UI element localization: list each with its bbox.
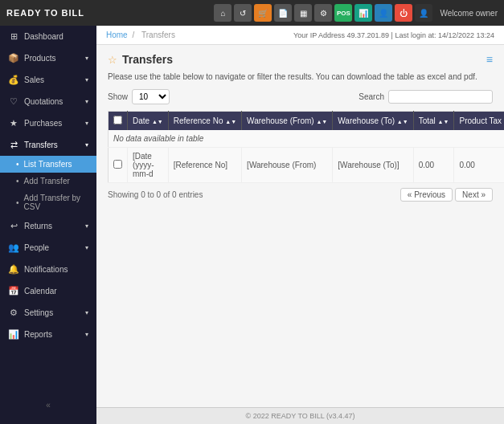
sidebar-item-label: Calendar: [24, 287, 57, 296]
row-grand-total-cell: 0.00: [454, 148, 504, 183]
logout-icon[interactable]: ⏻: [395, 4, 412, 22]
sidebar-item-add-transfer[interactable]: • Add Transfer: [0, 173, 96, 190]
search-input[interactable]: [388, 90, 493, 104]
controls-row: Show 10 25 50 100 Search: [108, 89, 493, 104]
transfers-icon: ⇄: [8, 140, 19, 150]
pagination-buttons: « Previous Next »: [400, 188, 493, 202]
next-button[interactable]: Next »: [455, 188, 493, 202]
transfers-table: Date ▲▼ Reference No ▲▼ Warehouse (From)…: [108, 111, 504, 183]
row-ref-cell: [Reference No]: [168, 148, 241, 183]
topbar: READY TO BILL ⌂ ↺ 🛒 📄 ▦ ⚙ POS 📊 👤 ⏻ 👤 We…: [0, 0, 504, 26]
row-total-cell: 0.00: [413, 148, 454, 183]
breadcrumb-home-link[interactable]: Home: [106, 31, 128, 39]
topbar-icons: ⌂ ↺ 🛒 📄 ▦ ⚙ POS 📊 👤 ⏻ 👤 Welcome owner: [214, 4, 498, 22]
wh-to-column-header[interactable]: Warehouse (To) ▲▼: [333, 112, 413, 131]
list-view-icon[interactable]: ≡: [486, 53, 493, 66]
sidebar-item-label: Returns: [24, 222, 52, 230]
row-wh-to-cell: [Warehouse (To)]: [333, 148, 413, 183]
sidebar-item-people[interactable]: 👥 People ▾: [0, 237, 96, 259]
no-data-message: No data available in table: [109, 130, 505, 148]
footer-text: © 2022 READY TO BILL (v3.4.47): [246, 412, 355, 420]
table-header: Date ▲▼ Reference No ▲▼ Warehouse (From)…: [109, 112, 505, 131]
row-checkbox[interactable]: [113, 160, 122, 169]
sidebar-collapse-button[interactable]: «: [0, 394, 96, 416]
sidebar-item-label: Sales: [24, 75, 44, 84]
sidebar-item-calendar[interactable]: 📅 Calendar: [0, 280, 96, 302]
purchases-icon: ★: [8, 118, 19, 128]
chart-icon[interactable]: 📊: [354, 4, 372, 22]
sidebar-item-purchases[interactable]: ★ Purchases ▾: [0, 112, 96, 134]
products-icon: 📦: [8, 53, 19, 63]
row-wh-from-cell: [Warehouse (From): [242, 148, 333, 183]
show-entries-select[interactable]: 10 25 50 100: [132, 89, 170, 104]
grid-icon[interactable]: ▦: [294, 4, 312, 22]
settings-icon: ⚙: [8, 308, 19, 318]
no-data-row: No data available in table: [109, 130, 505, 148]
ref-no-column-header[interactable]: Reference No ▲▼: [168, 112, 241, 131]
sidebar-item-returns[interactable]: ↩ Returns ▾: [0, 215, 96, 237]
breadcrumb-separator: /: [132, 31, 134, 39]
sidebar-item-settings[interactable]: ⚙ Settings ▾: [0, 302, 96, 324]
avatar-icon[interactable]: 👤: [415, 4, 432, 22]
wh-from-column-header[interactable]: Warehouse (From) ▲▼: [242, 112, 333, 131]
sidebar-item-label: Products: [24, 54, 55, 63]
returns-icon: ↩: [8, 221, 19, 231]
show-row: Show 10 25 50 100: [108, 89, 170, 104]
content-area: Home / Transfers Your IP Address 49.37.2…: [96, 26, 504, 424]
chevron-down-icon: ▾: [85, 331, 88, 338]
sidebar-item-dashboard[interactable]: ⊞ Dashboard: [0, 26, 96, 47]
show-label: Show: [108, 92, 128, 101]
sidebar-item-label: Add Transfer: [24, 177, 70, 186]
sidebar-item-add-transfer-csv[interactable]: • Add Transfer by CSV: [0, 190, 96, 215]
sidebar-item-label: Reports: [24, 330, 52, 339]
search-label: Search: [359, 92, 384, 101]
chevron-down-icon: ▾: [85, 244, 88, 251]
brand-label: READY TO BILL: [6, 8, 84, 18]
add-transfer-csv-icon: •: [16, 198, 19, 207]
sidebar-item-label: Dashboard: [24, 32, 64, 41]
sidebar-item-quotations[interactable]: ♡ Quotations ▾: [0, 91, 96, 112]
welcome-label: Welcome owner: [440, 9, 498, 18]
table-body: No data available in table [Date (yyyy-m…: [109, 130, 505, 183]
sidebar: ⊞ Dashboard 📦 Products ▾ 💰 Sales ▾ ♡ Quo…: [0, 26, 96, 424]
file-icon[interactable]: 📄: [274, 4, 292, 22]
chevron-down-icon: ▾: [85, 141, 88, 149]
calendar-icon: 📅: [8, 286, 19, 296]
page-title: Transfers: [122, 53, 173, 66]
pagination-info: Showing 0 to 0 of 0 entries: [108, 190, 203, 199]
total-column-header[interactable]: Total ▲▼: [413, 112, 454, 131]
page-title-left: ☆ Transfers: [108, 53, 173, 66]
favorite-star-icon[interactable]: ☆: [108, 54, 117, 66]
sidebar-item-notifications[interactable]: 🔔 Notifications: [0, 259, 96, 280]
row-date-cell: [Date (yyyy-mm-d: [128, 148, 169, 183]
sidebar-item-label: Purchases: [24, 119, 62, 128]
product-tax-column-header: Product Tax: [454, 112, 504, 131]
sidebar-item-label: Notifications: [24, 265, 68, 274]
sidebar-item-label: Quotations: [24, 97, 63, 106]
table-row: [Date (yyyy-mm-d [Reference No] [Warehou…: [109, 148, 505, 183]
home-icon[interactable]: ⌂: [214, 4, 232, 22]
date-column-header[interactable]: Date ▲▼: [128, 112, 169, 131]
cog-icon[interactable]: ⚙: [314, 4, 332, 22]
row-checkbox-cell: [109, 148, 128, 183]
sort-icon: ▲▼: [225, 119, 236, 124]
previous-button[interactable]: « Previous: [400, 188, 453, 202]
chevron-down-icon: ▾: [85, 98, 88, 105]
sidebar-item-list-transfers[interactable]: • List Transfers: [0, 156, 96, 173]
sidebar-item-transfers[interactable]: ⇄ Transfers ▾: [0, 134, 96, 156]
refresh-icon[interactable]: ↺: [234, 4, 252, 22]
page-description: Please use the table below to navigate o…: [108, 72, 493, 81]
chevron-down-icon: ▾: [85, 76, 88, 84]
list-transfers-icon: •: [16, 160, 19, 169]
sidebar-item-reports[interactable]: 📊 Reports ▾: [0, 324, 96, 345]
sidebar-item-label: Add Transfer by CSV: [24, 194, 88, 211]
page-body: ☆ Transfers ≡ Please use the table below…: [96, 45, 504, 407]
footer: © 2022 READY TO BILL (v3.4.47): [96, 407, 504, 424]
pos-icon[interactable]: POS: [334, 4, 352, 22]
sidebar-item-sales[interactable]: 💰 Sales ▾: [0, 69, 96, 91]
cart-icon[interactable]: 🛒: [254, 4, 272, 22]
user-icon[interactable]: 👤: [375, 4, 392, 22]
select-all-checkbox[interactable]: [113, 116, 122, 124]
quotations-icon: ♡: [8, 96, 19, 107]
sidebar-item-products[interactable]: 📦 Products ▾: [0, 47, 96, 69]
